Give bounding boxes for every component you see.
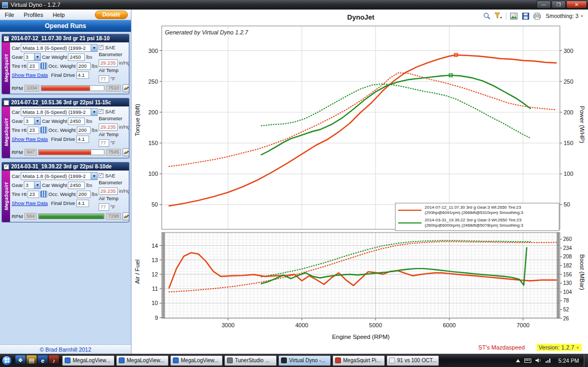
smoothing-select[interactable]: Smoothing: 3▼ <box>545 12 585 20</box>
final-drive-field[interactable]: 4.1 <box>76 136 89 143</box>
menu-profiles[interactable]: Profiles <box>19 11 48 19</box>
run-title: 2014-07-12_10.51.36 3rd gr 22psi 11-15c <box>11 100 111 105</box>
taskbar: ❖▤e♪ MegaLogView...MegaLogView...MegaLog… <box>0 354 588 367</box>
occ-weight-field[interactable]: 200 <box>77 127 91 134</box>
legend-entry: 2014-03-31_19.39.22 3rd g Gear:3 Wt:2650… <box>398 218 556 229</box>
rpm-progress-bar[interactable] <box>38 213 104 219</box>
mini-chart-button[interactable] <box>122 212 129 220</box>
air-temp-label: Air Temp <box>99 67 129 74</box>
car-select[interactable]: Miata 1.8 (6-Speed) (1999-2▼ <box>21 44 98 52</box>
sae-checkbox[interactable] <box>99 173 103 178</box>
show-raw-data-link[interactable]: Show Raw Data <box>12 136 48 142</box>
maximize-button[interactable]: ❐ <box>551 1 566 8</box>
car-weight-field[interactable]: 2450 <box>68 53 85 61</box>
occ-weight-field[interactable]: 200 <box>77 191 91 198</box>
barometer-field[interactable]: 29.235 <box>99 187 118 195</box>
svg-text:200: 200 <box>564 109 573 115</box>
show-raw-data-link[interactable]: Show Raw Data <box>12 200 48 206</box>
donate-button[interactable]: Donate <box>95 11 128 19</box>
tire-ht-field[interactable]: 23 <box>28 127 39 134</box>
run-header: 2014-07-12_11.07.30 3rd gr 21 psi 18-10 <box>2 34 129 42</box>
taskbar-button[interactable]: MegaLogView... <box>62 355 115 366</box>
svg-text:Generated by Virtual Dyno 1.2.: Generated by Virtual Dyno 1.2.7 <box>165 29 249 35</box>
sae-checkbox[interactable] <box>99 45 103 50</box>
air-temp-field[interactable]: 77 <box>99 139 109 147</box>
rpm-progress-bar[interactable] <box>41 85 104 91</box>
window-icon[interactable]: ❖ <box>15 355 25 365</box>
barometer-field[interactable]: 29.235 <box>99 123 118 131</box>
tire-calculator-button[interactable] <box>40 62 47 69</box>
folder-icon[interactable]: ▤ <box>27 355 37 365</box>
sae-checkbox[interactable] <box>99 109 103 114</box>
rpm-end-value: 7510 <box>106 85 121 92</box>
taskbar-button[interactable]: MegaSquirt Pi... <box>332 355 385 366</box>
hidden-icons-arrow[interactable] <box>514 357 522 364</box>
degf-unit: °F <box>110 140 115 146</box>
run-checkbox[interactable] <box>4 36 9 41</box>
barometer-field[interactable]: 29.235 <box>99 59 118 67</box>
car-select[interactable]: Miata 1.8 (6-Speed) (1999-2▼ <box>21 108 98 116</box>
mini-chart-button[interactable] <box>122 84 129 92</box>
gear-select[interactable]: 3▼ <box>24 53 41 61</box>
show-raw-data-link[interactable]: Show Raw Data <box>12 72 48 78</box>
legend-line-sample <box>398 222 422 223</box>
taskbar-button[interactable]: Virtual Dyno -... <box>278 355 331 366</box>
rpm-progress-bar[interactable] <box>38 149 104 155</box>
tire-ht-field[interactable]: 23 <box>28 191 39 198</box>
taskbar-button[interactable]: MegaLogView... <box>116 355 169 366</box>
lbs-unit: lbs <box>86 183 92 188</box>
final-drive-field[interactable]: 4.1 <box>76 200 89 207</box>
version-select[interactable]: Version: 1.2.7▼ <box>537 344 582 351</box>
zoom-icon[interactable] <box>482 12 491 20</box>
lbs-unit: lbs <box>86 119 92 124</box>
start-button[interactable] <box>2 355 12 366</box>
browser-icon[interactable]: e <box>38 355 48 365</box>
filter-icon[interactable] <box>494 12 503 20</box>
occ-weight-field[interactable]: 200 <box>77 62 91 70</box>
menu-file[interactable]: File <box>0 11 19 19</box>
gear-select[interactable]: 3▼ <box>24 117 41 125</box>
app-window: Virtual Dyno - 1.2.7 — ❐ ✕ File Profiles… <box>0 0 588 367</box>
minimize-button[interactable]: — <box>537 1 551 8</box>
run-card: 2014-07-12_10.51.36 3rd gr 22psi 11-15c … <box>2 98 129 158</box>
run-card: 2014-03-31_19.39.22 3rd gr 22psi 8-10de … <box>2 162 129 222</box>
run-checkbox[interactable] <box>4 164 9 169</box>
rpm-label: RPM <box>12 149 23 155</box>
toolbar-separator <box>506 12 506 20</box>
car-select[interactable]: Miata 1.8 (6-Speed) (1999-2▼ <box>21 172 98 180</box>
volume-icon[interactable] <box>534 357 542 364</box>
taskbar-button[interactable]: MegaLogView... <box>170 355 223 366</box>
svg-text:208: 208 <box>563 254 572 259</box>
print-icon[interactable] <box>533 12 541 20</box>
gear-select[interactable]: 3▼ <box>24 181 41 189</box>
run-checkbox[interactable] <box>4 100 9 105</box>
car-weight-field[interactable]: 2450 <box>68 118 85 125</box>
keyboard-icon[interactable] <box>524 357 532 364</box>
rpm-start-value: 947 <box>24 149 37 156</box>
air-temp-field[interactable]: 77 <box>99 75 109 83</box>
media-icon[interactable]: ♪ <box>49 355 59 365</box>
taskbar-button[interactable]: 91 vs 100 OCT... <box>387 355 439 366</box>
chevron-down-icon: ▼ <box>580 14 584 18</box>
chevron-down-icon: ▼ <box>91 173 97 180</box>
air-temp-field[interactable]: 77 <box>99 203 109 211</box>
svg-text:11: 11 <box>152 285 158 292</box>
final-drive-field[interactable]: 4.1 <box>76 71 89 79</box>
close-button[interactable]: ✕ <box>566 1 587 8</box>
mini-chart-button[interactable] <box>122 148 129 156</box>
svg-text:52: 52 <box>563 307 569 312</box>
tire-calculator-button[interactable] <box>40 127 47 133</box>
save-icon[interactable] <box>521 12 530 20</box>
taskbar-button[interactable]: TunerStudio ... <box>224 355 277 366</box>
menu-help[interactable]: Help <box>48 11 69 19</box>
airfuel-boost-chart[interactable]: 3000400050006000700091011121314265278104… <box>131 231 588 331</box>
export-image-icon[interactable] <box>510 12 518 20</box>
show-desktop-button[interactable] <box>584 354 588 367</box>
car-weight-field[interactable]: 2450 <box>68 182 85 189</box>
chevron-down-icon: ▼ <box>576 346 580 350</box>
degf-unit: °F <box>110 76 115 82</box>
tire-calculator-button[interactable] <box>40 191 47 198</box>
dyno-chart[interactable]: 5050100100150150200200250250300300Genera… <box>131 23 588 231</box>
network-icon[interactable] <box>545 357 552 364</box>
tire-ht-field[interactable]: 23 <box>28 62 39 70</box>
